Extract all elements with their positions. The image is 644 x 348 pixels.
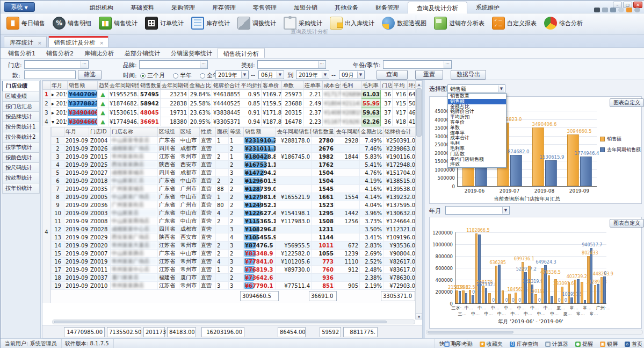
alert-icon[interactable] [602,8,608,12]
sidebar-item-6[interactable]: 按季节统计 [2,143,40,153]
from-year-select[interactable]: 2019年▼ [215,70,249,79]
menu-item-9[interactable]: 系统维护 [467,2,508,13]
menu-item-7[interactable]: 财务管理 [367,2,408,13]
reset-button[interactable]: 重置 [415,70,443,80]
detail-row[interactable]: 142019-09Z0020常州某某大厦店江苏省常州市直营23¥87476.5¥… [52,242,417,250]
detail-row[interactable]: 52019-09Z0027成都某某城店四川省成都市直营3¥147294.2150… [52,169,417,177]
status-tool-2[interactable]: Q库存查询 [510,340,538,348]
sidebar-item-2[interactable]: 按门店汇总 [2,102,40,112]
subtab-2[interactable]: 库销比分析 [79,48,119,58]
subtab-4[interactable]: 分销退货率统计 [165,48,218,58]
sidebar-item-9[interactable]: 按款型统计 [2,173,40,183]
close-tab-icon[interactable]: × [38,40,42,46]
sidebar-item-4[interactable]: 按分类统计1 [2,122,40,132]
chart1-customize-button[interactable]: 图表自定义 [610,98,644,107]
dropdown-option-7[interactable]: 连单率 [448,131,506,136]
toolbar-item-1[interactable]: 销售明细 [49,15,95,32]
dropdown-option-0[interactable]: 销售数量 [448,94,506,99]
status-tool-5[interactable]: ▣锁屏 [600,340,618,348]
menu-item-5[interactable]: 加盟分销 [285,2,326,13]
detail-row[interactable]: 42019-09Z0025西安某某路店陕西省西安市直营2¥167531.1176… [52,161,417,169]
detail-row[interactable]: 162019-09Z0019常州某某广场店江苏省常州市直营43¥77841.0¥… [52,258,417,266]
menu-item-1[interactable]: 基础资料 [122,2,163,13]
ellipsis-icon[interactable]: ··· [444,61,451,68]
detail-row[interactable]: 82019-09Z0005中山某某广场店广东省中山市直营12¥127981.6¥… [52,193,417,201]
time-radio-0[interactable]: 三个月 [140,72,165,80]
time-radio-1[interactable]: 半年 [173,72,192,80]
detail-row[interactable]: 152019-09Z0007中山某某路店广东省中山市直营22¥83348.9¥1… [52,250,417,258]
from-month-select[interactable]: 06月▼ [258,70,284,79]
sidebar-item-0[interactable]: 门店业绩 [2,81,40,91]
ellipsis-icon[interactable]: ··· [81,61,88,68]
table-vertical-scrollbar[interactable]: ▲ ▼ [415,81,422,319]
message-icon[interactable] [618,8,624,12]
detail-row[interactable]: 172019-09Z0011常州某某中心店江苏省常州市直营12¥76819.3¥… [52,266,417,274]
dropdown-option-2[interactable]: 金额占比 [448,104,506,110]
sku-filter-input[interactable] [24,70,76,79]
detail-row[interactable]: 92019-09Z0036广州某某街店广东省广州市直营802¥124952.11… [52,201,417,209]
query-button[interactable]: 查询 [377,70,408,80]
doc-tab-0[interactable]: 库存统计× [4,36,47,47]
year-season-filter-input[interactable]: ··· [383,60,452,69]
system-menu-button[interactable]: 系统▼ [4,2,35,12]
menu-item-4[interactable]: 零售管理 [244,2,285,13]
subtab-1[interactable]: 销售分析2 [41,48,79,58]
summary-row[interactable]: 1▸ 2019-06¥4407094.9▲¥1955258.2574952323… [43,90,423,99]
to-month-select[interactable]: 09月▼ [339,70,365,79]
dropdown-option-9[interactable]: 毛利 [448,141,506,146]
sidebar-item-7[interactable]: 按颜色统计 [2,153,40,163]
detail-row[interactable]: 32019-09Z0015常州某某街店江苏省常州市直营21¥180428.8¥1… [52,153,417,161]
dropdown-option-8[interactable]: 成本合计 [448,136,506,141]
export-button[interactable]: 数据导出 [451,70,486,80]
calendar-icon[interactable] [610,8,616,12]
toolbar-item-11[interactable]: 综合分析 [540,15,587,32]
lock-icon[interactable] [626,8,632,12]
sidebar-item-1[interactable]: 区域业绩 [2,91,40,102]
summary-row[interactable]: 3▸ 2019-08¥3490406.6▲¥1530615.9480451973… [43,108,423,117]
menu-item-3[interactable]: 库存管理 [204,2,244,13]
brand-filter-input[interactable]: ··· [139,60,208,69]
menu-item-8[interactable]: 查询及统计分析 [408,2,467,13]
dropdown-option-12[interactable]: 平均门店销售额 [448,157,506,162]
toolbar-item-10[interactable]: 自定义报表 [488,15,540,32]
filter-button[interactable]: 筛选 [78,70,102,80]
dropdown-option-13[interactable]: 坪效 [448,162,506,167]
sidebar-item-10[interactable]: 按年份统计 [2,183,40,194]
status-tool-1[interactable]: ★收藏夹 [480,340,503,348]
dropdown-option-1[interactable]: 销售额 [448,99,506,104]
dropdown-option-4[interactable]: 平均折扣 [448,115,506,120]
ellipsis-icon[interactable]: ··· [200,61,207,68]
detail-row[interactable]: 72019-09Z0035广州某某城店广东省广州市直营882¥128739.01… [52,185,417,193]
toolbar-item-0[interactable]: 每日销售 [3,15,49,32]
category-filter-input[interactable]: ··· [257,60,326,69]
scroll-down-icon[interactable]: ▼ [416,313,422,319]
dropdown-option-10[interactable]: 毛利率 [448,146,506,152]
summary-row[interactable]: 4▾ 2019-09¥3094660.5▲¥1774946.4366911838… [43,117,423,126]
toolbar-item-9[interactable]: 进销存分析表 [430,15,488,32]
subtab-0[interactable]: 销售分析1 [3,48,41,58]
detail-row[interactable]: 192019-09Z0010常州某某路店江苏省常州市直营33¥67790.1¥7… [52,282,417,290]
toolbar-item-2[interactable]: 销售统计 [95,15,141,32]
status-tool-0[interactable]: ▦电子考勤 [444,340,473,348]
detail-row[interactable]: 122019-09Z0028成都某某中心店四川省成都市直营3¥108296.81… [52,225,417,233]
chart2-customize-button[interactable]: 图表自定义 [610,219,644,228]
summary-row[interactable]: 2▸ 2019-07¥3778823.0▲¥1874682.0589422283… [43,99,423,108]
detail-row[interactable]: 182019-09Z0037厦门某某店福建省厦门市直营2¥73642.69362… [52,274,417,282]
chart-horizontal-scrollbar[interactable] [426,330,643,335]
status-tool-3[interactable]: ▦计算器 [545,340,568,348]
detail-row[interactable]: 12019-09Z0004中山某某专卖店广东省中山市直营11¥231910.2¥… [52,137,417,145]
to-year-select[interactable]: 2019年▼ [296,70,329,79]
detail-row[interactable]: 112019-09Z0008中山某某商场店广东省中山市直营22¥115365.1… [52,217,417,225]
dropdown-option-3[interactable]: 铭牌价合计 [448,109,506,115]
toolbar-item-3[interactable]: 订单统计 [141,15,187,32]
dropdown-option-5[interactable]: 客单价 [448,120,506,125]
ellipsis-icon[interactable]: ··· [318,61,325,68]
scroll-up-icon[interactable]: ▲ [416,81,422,87]
status-tool-4[interactable]: ●提醒 [575,340,593,348]
menu-item-0[interactable]: 组织机构 [81,2,122,13]
detail-row[interactable]: 102019-09Z0003中山某某店广东省中山市直营42¥122627.4¥1… [52,209,417,217]
dropdown-option-11[interactable]: 门店数 [448,152,506,157]
dropdown-option-6[interactable]: 单数 [448,125,506,131]
status-tool-6[interactable]: ⌂首页 [625,340,642,348]
detail-row[interactable]: 132019-09Z0029西安某某广场店陕西省西安市直营4¥105455.91… [52,233,417,242]
